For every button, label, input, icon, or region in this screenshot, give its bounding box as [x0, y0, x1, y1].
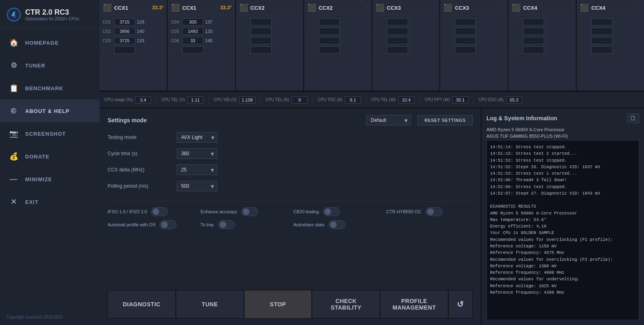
ccx-core-freq-0-0[interactable]	[114, 18, 135, 26]
ccx-delta-select[interactable]: 0 25 50 75 100	[177, 165, 217, 175]
cpu-chip-icon-7: ⬛	[580, 3, 589, 12]
ccx-core-row-0-2: C03 133	[103, 37, 164, 44]
ccx-core-freq-4-3[interactable]	[387, 46, 408, 54]
ccx-core-freq-2-2[interactable]	[251, 37, 272, 44]
diagnostic-button[interactable]: DIAGNOSTIC	[108, 290, 176, 318]
ccx-core-freq-1-3[interactable]	[182, 46, 203, 54]
settings-mode-row: Settings mode Default Custom Advanced RE…	[108, 115, 473, 126]
ccx-core-freq-1-1[interactable]	[182, 28, 203, 35]
check-stability-button[interactable]: CHECKSTABILITY	[312, 290, 380, 318]
cpu-chip-icon-5: ⬛	[443, 3, 452, 12]
ccx-panel-1: ⬛ CCX1 33.3° C04 137 C05 125 C06 140 -	[168, 0, 236, 91]
ccx-temp-5: -	[503, 5, 504, 11]
polling-select[interactable]: 100 250 500 1000	[177, 181, 217, 191]
sidebar-item-minimize[interactable]: — MINIMIZE	[0, 168, 99, 191]
ccx-core-freq-5-0[interactable]	[455, 18, 476, 26]
sidebar-item-screenshot[interactable]: 📷 SCREENSHOT	[0, 122, 99, 145]
nav-icon-benchmark: 📋	[8, 82, 19, 94]
ccx-core-freq-0-1[interactable]	[114, 28, 135, 35]
ccx-core-freq-7-1[interactable]	[591, 28, 612, 35]
toggle-ifso[interactable]	[151, 207, 168, 216]
status-label-7: CPU EDC (A)	[479, 98, 504, 102]
ccx-core-freq-7-2[interactable]	[591, 37, 612, 44]
ccx-core-freq-6-1[interactable]	[523, 28, 544, 35]
status-label-2: CPU VID (V)	[214, 98, 237, 102]
ccx-core-freq-2-1[interactable]	[251, 28, 272, 35]
ccx-core-row-2-2: - -	[239, 37, 300, 44]
sidebar-item-benchmark[interactable]: 📋 BENCHMARK	[0, 77, 99, 100]
settings-mode-select-wrapper: Default Custom Advanced	[366, 115, 411, 126]
ccx-core-freq-5-3[interactable]	[455, 46, 476, 54]
ccx-core-freq-4-2[interactable]	[387, 37, 408, 44]
settings-divider	[108, 201, 473, 202]
ccx-core-freq-2-3[interactable]	[251, 46, 272, 54]
ccx-core-freq-6-0[interactable]	[523, 18, 544, 26]
nav-icon-about: ©	[8, 105, 19, 117]
toggle-accuracy[interactable]	[241, 207, 258, 216]
ccx-core-freq-7-0[interactable]	[591, 18, 612, 26]
ccx-core-freq-1-2[interactable]	[182, 37, 203, 44]
ccx-core-freq-5-1[interactable]	[455, 28, 476, 35]
sidebar-item-homepage[interactable]: 🏠 HOMEPAGE	[0, 31, 99, 54]
ccx-core-freq-6-3[interactable]	[523, 46, 544, 54]
ccx-core-freq-0-2[interactable]	[114, 37, 135, 44]
toggle-hybrid[interactable]	[426, 207, 443, 216]
sidebar-item-tuner[interactable]: ⚙ TUNER	[0, 54, 99, 77]
toggle-item-ifso: IFSO 1.0 / IFSO 2.0	[108, 207, 194, 216]
toggle-label-autoload: Autoload profile with OS	[108, 222, 156, 227]
profile-management-button[interactable]: PROFILEMANAGEMENT	[380, 290, 448, 318]
ccx-core-row-7-1: - -	[580, 28, 641, 35]
toggle-cb20[interactable]	[323, 207, 340, 216]
ccx-core-row-6-1: - -	[512, 28, 573, 35]
settings-mode-select[interactable]: Default Custom Advanced	[366, 115, 411, 126]
ccx-temp-7: -	[639, 5, 641, 11]
sidebar-item-exit[interactable]: ✕ EXIT	[0, 191, 99, 213]
ccx-core-row-4-0: - -	[376, 18, 437, 26]
ccx-core-freq-3-2[interactable]	[319, 37, 340, 44]
cpu-chip-icon-1: ⬛	[171, 3, 180, 12]
toggle-label-cb20: CB20 testing	[294, 209, 319, 214]
testing-mode-select-wrapper: AVX Light AVX Heavy Prime95 Cinebench	[177, 132, 218, 143]
ccx-core-freq-3-0[interactable]	[319, 18, 340, 26]
toggle-autoload[interactable]	[160, 220, 177, 229]
ccx-core-row-5-3: -	[443, 46, 504, 54]
ccx-core-freq-2-0[interactable]	[251, 18, 272, 26]
cycle-time-select[interactable]: 120 240 360 480 600	[177, 148, 217, 159]
nav-icon-homepage: 🏠	[8, 37, 19, 48]
ccx-core-freq-7-3[interactable]	[591, 46, 612, 54]
ccx-core-row-7-2: - -	[580, 37, 641, 44]
ccx-core-row-3-3: -	[307, 46, 368, 54]
status-label-5: CPU TEL (W)	[371, 98, 396, 102]
stop-button[interactable]: STOP	[244, 290, 312, 318]
sidebar-item-about[interactable]: © ABOUT & HELP	[0, 100, 99, 122]
log-sysinfo-board: ASUS TUF GAMING B550-PLUS (WI-FI)	[486, 134, 639, 139]
settings-mode-label: Settings mode	[108, 117, 147, 124]
ccx-core-row-6-2: - -	[512, 37, 573, 44]
testing-mode-select[interactable]: AVX Light AVX Heavy Prime95 Cinebench	[177, 132, 218, 143]
log-text-area[interactable]: 14:51:14: Stress test stopped. 14:51:15:…	[486, 140, 639, 320]
nav-label-homepage: HOMEPAGE	[25, 40, 59, 46]
toggles-grid: IFSO 1.0 / IFSO 2.0 Enhance accuracy CB2…	[108, 207, 473, 229]
ccx-core-freq-0-3[interactable]	[114, 46, 135, 54]
log-copy-button[interactable]: 🗋	[627, 113, 639, 123]
ccx-core-freq-5-2[interactable]	[455, 37, 476, 44]
toggle-tray[interactable]	[218, 220, 235, 229]
ccx-core-freq-4-1[interactable]	[387, 28, 408, 35]
ccx-core-freq-6-2[interactable]	[523, 37, 544, 44]
tune-button[interactable]: TUNE	[176, 290, 244, 318]
refresh-button[interactable]: ↺	[448, 290, 473, 318]
reset-settings-button[interactable]: RESET SETTINGS	[417, 115, 473, 126]
ccx-core-freq-4-0[interactable]	[387, 18, 408, 26]
ccx-core-row-5-0: - -	[443, 18, 504, 26]
cycle-time-label: Cycle time (s)	[108, 151, 177, 156]
status-item-3: CPU TEL (A) 9	[261, 94, 313, 105]
status-value-4: 9.1	[345, 96, 361, 104]
log-header: Log & System Information 🗋	[486, 113, 639, 123]
status-item-1: CPU TEL (V) 1.11	[156, 94, 209, 105]
ccx-core-freq-3-1[interactable]	[319, 28, 340, 35]
sidebar-item-donate[interactable]: 💰 DONATE	[0, 145, 99, 168]
ccx-core-freq-1-0[interactable]	[182, 18, 203, 26]
ccx-core-freq-3-3[interactable]	[319, 46, 340, 54]
toggle-autoshare[interactable]	[328, 220, 346, 229]
ccx-temp-1: 33.3°	[220, 5, 232, 11]
